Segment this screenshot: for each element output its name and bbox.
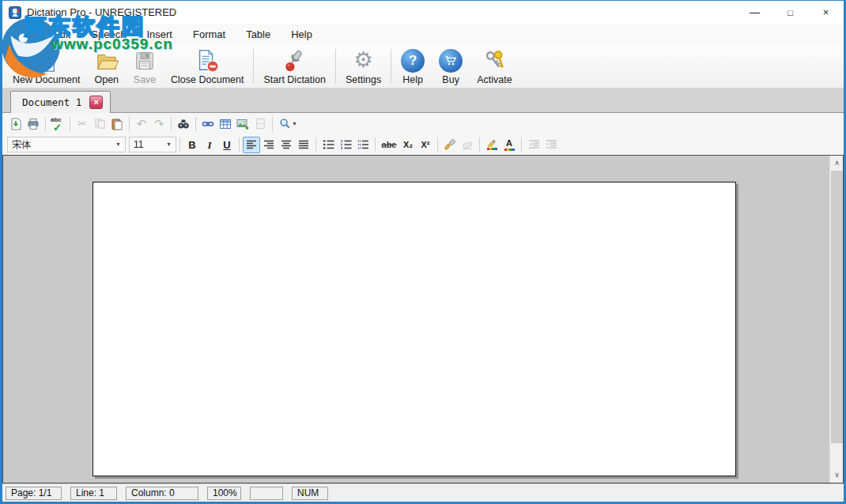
format-toolbar: 宋体 ▾ 11 ▾ B I U xyxy=(2,134,844,155)
separator xyxy=(391,49,391,84)
paste-button[interactable] xyxy=(108,115,126,132)
start-dictation-button[interactable]: Start Dictation xyxy=(256,47,333,87)
separator xyxy=(129,117,130,131)
close-document-icon xyxy=(195,48,219,73)
subscript-button[interactable]: X₂ xyxy=(399,137,417,153)
menu-file[interactable]: File xyxy=(6,25,43,43)
maximize-button[interactable]: □ xyxy=(772,1,808,24)
find-button[interactable] xyxy=(175,115,192,132)
hyperlink-button[interactable] xyxy=(199,115,217,132)
align-left-icon xyxy=(246,139,257,150)
separator xyxy=(272,117,273,131)
binoculars-icon xyxy=(177,118,190,130)
insert-image-button[interactable] xyxy=(234,115,251,132)
menu-format[interactable]: Format xyxy=(183,25,236,43)
edit-toolbar: abc ✓ ✂ ↶ ↷ xyxy=(2,113,844,134)
spellcheck-button[interactable]: abc ✓ xyxy=(49,115,66,132)
new-document-button[interactable]: New Document xyxy=(6,47,87,87)
main-toolbar: New Document Open Save xyxy=(2,45,844,88)
separator xyxy=(253,49,254,84)
scroll-up-button[interactable]: ∧ xyxy=(830,156,844,169)
zoom-button[interactable]: ▾ xyxy=(276,115,300,132)
menu-speech[interactable]: Speech xyxy=(81,25,136,43)
align-center-icon xyxy=(281,139,292,150)
align-center-button[interactable] xyxy=(278,137,295,153)
decrease-indent-button xyxy=(525,137,542,153)
menu-edit[interactable]: Edit xyxy=(43,25,81,43)
strikethrough-icon: abe xyxy=(382,140,397,149)
tab-document-1[interactable]: Document 1 × xyxy=(10,91,111,113)
justify-button[interactable] xyxy=(295,137,312,153)
cut-button: ✂ xyxy=(74,115,91,132)
document-page[interactable] xyxy=(93,182,736,476)
gear-icon: ⚙ xyxy=(353,48,372,73)
magnifier-icon xyxy=(279,118,291,130)
minimize-button[interactable]: — xyxy=(737,1,772,24)
font-size-value: 11 xyxy=(130,139,162,150)
buy-label: Buy xyxy=(442,74,459,85)
numbered-list-button[interactable] xyxy=(337,137,354,153)
paste-icon xyxy=(111,118,123,130)
highlight-color-button[interactable] xyxy=(483,137,500,153)
bullet-list-button[interactable] xyxy=(319,137,337,153)
underline-button[interactable]: U xyxy=(218,137,236,153)
multilevel-list-button[interactable] xyxy=(354,137,372,153)
numbered-list-icon xyxy=(340,139,352,150)
scroll-down-button[interactable]: ∨ xyxy=(830,468,844,481)
buy-button[interactable]: Buy xyxy=(432,47,470,87)
bold-button[interactable]: B xyxy=(183,137,201,153)
start-dictation-label: Start Dictation xyxy=(263,74,326,85)
font-color-icon: A xyxy=(506,139,512,148)
font-size-select[interactable]: 11 ▾ xyxy=(129,137,176,152)
help-label: Help xyxy=(402,74,423,85)
menu-insert[interactable]: Insert xyxy=(136,25,183,43)
separator xyxy=(70,117,70,131)
chevron-up-icon: ∧ xyxy=(834,159,840,167)
page-break-icon xyxy=(255,118,266,130)
align-left-button[interactable] xyxy=(243,137,260,153)
separator xyxy=(195,117,196,131)
help-icon: ? xyxy=(401,48,425,73)
font-name-select[interactable]: 宋体 ▾ xyxy=(7,137,126,152)
save-label: Save xyxy=(134,74,157,85)
statusbar: Page: 1/1 Line: 1 Column: 0 100% NUM xyxy=(2,483,844,502)
tab-close-button[interactable]: × xyxy=(89,96,103,109)
close-document-button[interactable]: Close Document xyxy=(164,47,251,87)
close-document-label: Close Document xyxy=(171,74,244,85)
close-button[interactable]: × xyxy=(808,1,844,24)
separator xyxy=(171,117,172,131)
undo-button: ↶ xyxy=(133,115,150,132)
paintbrush-icon xyxy=(444,138,456,151)
chevron-down-icon[interactable]: ▾ xyxy=(111,137,125,152)
italic-button[interactable]: I xyxy=(201,137,218,153)
print-button[interactable] xyxy=(25,115,42,132)
copy-icon xyxy=(94,118,106,130)
spellcheck-icon: abc ✓ xyxy=(50,117,66,131)
menu-table[interactable]: Table xyxy=(236,25,281,43)
menu-help[interactable]: Help xyxy=(281,25,323,43)
font-color-button[interactable]: A xyxy=(500,137,518,153)
save-as-icon xyxy=(9,118,22,130)
underline-icon: U xyxy=(223,140,230,150)
app-icon[interactable] xyxy=(9,6,21,19)
maximize-icon: □ xyxy=(787,8,793,17)
tab-close-icon: × xyxy=(94,98,99,107)
activate-button[interactable]: Activate xyxy=(470,47,519,87)
image-icon xyxy=(236,118,249,130)
settings-button[interactable]: ⚙ Settings xyxy=(338,47,388,87)
align-right-button[interactable] xyxy=(260,137,278,153)
save-button: Save xyxy=(126,47,164,87)
scrollbar-thumb[interactable] xyxy=(831,171,843,443)
chevron-down-icon[interactable]: ▾ xyxy=(162,137,176,152)
help-button[interactable]: ? Help xyxy=(394,47,432,87)
open-folder-icon xyxy=(95,48,119,73)
save-as-button[interactable] xyxy=(7,115,25,132)
open-button[interactable]: Open xyxy=(87,47,126,87)
titlebar[interactable]: Dictation Pro - UNREGISTERED — □ × xyxy=(2,1,844,24)
format-painter-button[interactable] xyxy=(441,137,459,153)
insert-table-button[interactable] xyxy=(217,115,234,132)
menubar: File Edit Speech Insert Format Table Hel… xyxy=(2,24,844,45)
strikethrough-button[interactable]: abe xyxy=(379,137,399,153)
superscript-button[interactable]: X² xyxy=(417,137,434,153)
vertical-scrollbar[interactable]: ∧ ∨ xyxy=(829,156,843,483)
